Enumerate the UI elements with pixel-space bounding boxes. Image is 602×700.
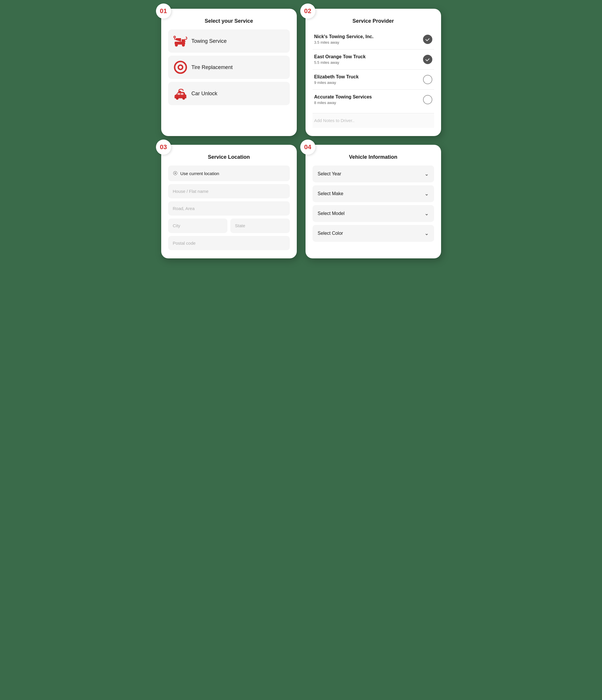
provider-item-accurate[interactable]: Accurate Towing Services 8 miles away	[313, 90, 434, 109]
state-field[interactable]: State	[230, 219, 290, 233]
city-state-row: City State	[168, 219, 290, 233]
card-title-1: Select your Service	[168, 18, 290, 24]
service-label-unlock: Car Unlock	[192, 91, 217, 97]
select-make-label: Select Make	[318, 191, 343, 196]
provider-radio-elizabeth[interactable]	[423, 75, 432, 84]
provider-radio-nicks[interactable]	[423, 35, 432, 44]
city-field[interactable]: City	[168, 219, 228, 233]
provider-distance-accurate: 8 miles away	[314, 100, 372, 105]
location-target-icon: ☉	[173, 170, 177, 177]
tire-icon	[173, 60, 188, 74]
provider-item-east-orange[interactable]: East Orange Tow Truck 5.5 miles away	[313, 50, 434, 70]
step-badge-1: 01	[156, 3, 171, 19]
chevron-down-icon-year: ⌄	[425, 171, 429, 177]
chevron-down-icon-color: ⌄	[425, 230, 429, 236]
house-field-row[interactable]: House / Flat name	[168, 184, 290, 198]
service-item-tire[interactable]: Tire Replacement	[168, 56, 290, 79]
select-color[interactable]: Select Color ⌄	[313, 225, 434, 242]
service-label-tire: Tire Replacement	[192, 65, 233, 71]
provider-name-east-orange: East Orange Tow Truck	[314, 54, 366, 59]
unlock-icon	[173, 86, 188, 100]
card-title-2: Service Provider	[313, 18, 434, 24]
select-year-label: Select Year	[318, 171, 341, 177]
chevron-down-icon-make: ⌄	[425, 191, 429, 197]
card-step3: 03 Service Location ☉ Use current locati…	[161, 145, 297, 258]
current-location-label: Use current location	[180, 171, 219, 176]
notes-area: Add Notes to Driver..	[313, 113, 434, 128]
location-list: ☉ Use current location House / Flat name…	[168, 166, 290, 250]
provider-name-elizabeth: Elizabeth Tow Truck	[314, 74, 359, 79]
state-placeholder: State	[235, 223, 245, 228]
city-placeholder: City	[173, 223, 180, 228]
provider-distance-nicks: 3.5 miles away	[314, 40, 374, 45]
provider-list: Nick's Towing Service, Inc. 3.5 miles aw…	[313, 29, 434, 109]
step-badge-4: 04	[300, 140, 315, 155]
provider-name-nicks: Nick's Towing Service, Inc.	[314, 34, 374, 39]
postal-placeholder: Postal code	[173, 241, 196, 246]
app-grid: 01 Select your Service	[161, 9, 441, 258]
house-placeholder: House / Flat name	[173, 189, 209, 194]
select-make[interactable]: Select Make ⌄	[313, 185, 434, 202]
service-item-unlock[interactable]: Car Unlock	[168, 82, 290, 105]
service-item-towing[interactable]: Towing Service	[168, 29, 290, 53]
svg-rect-10	[177, 93, 180, 95]
card-step2: 02 Service Provider Nick's Towing Servic…	[306, 9, 441, 136]
provider-radio-east-orange[interactable]	[423, 55, 432, 64]
svg-rect-2	[175, 42, 185, 45]
svg-rect-11	[180, 93, 183, 95]
card-step4: 04 Vehicle Information Select Year ⌄ Sel…	[306, 145, 441, 258]
step-badge-2: 02	[300, 3, 315, 19]
provider-item-nicks[interactable]: Nick's Towing Service, Inc. 3.5 miles aw…	[313, 29, 434, 50]
road-field-row[interactable]: Road, Area	[168, 201, 290, 216]
svg-point-9	[182, 97, 185, 100]
provider-name-accurate: Accurate Towing Services	[314, 94, 372, 100]
step-badge-3: 03	[156, 140, 171, 155]
provider-radio-accurate[interactable]	[423, 95, 432, 104]
vehicle-list: Select Year ⌄ Select Make ⌄ Select Model…	[313, 166, 434, 242]
service-label-towing: Towing Service	[192, 38, 227, 44]
card-step1: 01 Select your Service	[161, 9, 297, 136]
svg-point-6	[179, 66, 182, 69]
svg-point-8	[176, 97, 178, 100]
chevron-down-icon-model: ⌄	[425, 210, 429, 217]
current-location-row[interactable]: ☉ Use current location	[168, 166, 290, 181]
road-placeholder: Road, Area	[173, 206, 195, 211]
select-model-label: Select Model	[318, 211, 345, 216]
card-title-4: Vehicle Information	[313, 154, 434, 160]
provider-distance-elizabeth: 9 miles away	[314, 80, 359, 85]
provider-item-elizabeth[interactable]: Elizabeth Tow Truck 9 miles away	[313, 70, 434, 90]
card-title-3: Service Location	[168, 154, 290, 160]
svg-point-3	[174, 36, 175, 38]
postal-field-row[interactable]: Postal code	[168, 236, 290, 250]
notes-placeholder[interactable]: Add Notes to Driver..	[314, 118, 355, 123]
select-model[interactable]: Select Model ⌄	[313, 205, 434, 222]
select-year[interactable]: Select Year ⌄	[313, 166, 434, 182]
service-list: Towing Service Tire Replacement	[168, 29, 290, 105]
provider-distance-east-orange: 5.5 miles away	[314, 60, 366, 65]
towing-icon	[173, 34, 188, 48]
select-color-label: Select Color	[318, 231, 343, 236]
